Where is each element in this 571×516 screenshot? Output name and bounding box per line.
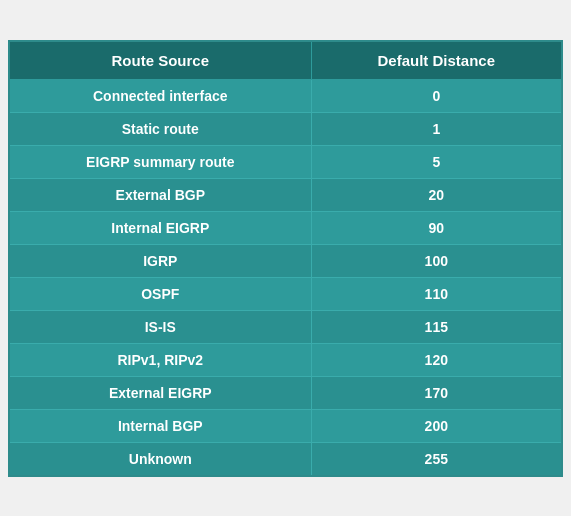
table-row: IS-IS115: [9, 310, 562, 343]
cell-route-source: Internal BGP: [9, 409, 311, 442]
cell-route-source: Static route: [9, 112, 311, 145]
table-container: Route Source Default Distance Connected …: [8, 40, 563, 477]
cell-route-source: External BGP: [9, 178, 311, 211]
cell-default-distance: 110: [311, 277, 562, 310]
table-row: Internal BGP200: [9, 409, 562, 442]
cell-route-source: External EIGRP: [9, 376, 311, 409]
col-header-default-distance: Default Distance: [311, 41, 562, 80]
col-header-route-source: Route Source: [9, 41, 311, 80]
cell-default-distance: 100: [311, 244, 562, 277]
table-row: External BGP20: [9, 178, 562, 211]
cell-default-distance: 1: [311, 112, 562, 145]
table-row: Unknown255: [9, 442, 562, 476]
routing-distance-table: Route Source Default Distance Connected …: [8, 40, 563, 477]
cell-route-source: Unknown: [9, 442, 311, 476]
cell-default-distance: 90: [311, 211, 562, 244]
table-row: Internal EIGRP90: [9, 211, 562, 244]
cell-default-distance: 200: [311, 409, 562, 442]
table-row: Connected interface0: [9, 79, 562, 112]
table-row: IGRP100: [9, 244, 562, 277]
cell-default-distance: 120: [311, 343, 562, 376]
table-row: External EIGRP170: [9, 376, 562, 409]
cell-default-distance: 115: [311, 310, 562, 343]
table-header-row: Route Source Default Distance: [9, 41, 562, 80]
cell-route-source: RIPv1, RIPv2: [9, 343, 311, 376]
table-row: OSPF110: [9, 277, 562, 310]
cell-default-distance: 0: [311, 79, 562, 112]
cell-route-source: Internal EIGRP: [9, 211, 311, 244]
cell-default-distance: 5: [311, 145, 562, 178]
table-row: EIGRP summary route5: [9, 145, 562, 178]
cell-route-source: Connected interface: [9, 79, 311, 112]
cell-route-source: IS-IS: [9, 310, 311, 343]
cell-route-source: EIGRP summary route: [9, 145, 311, 178]
cell-default-distance: 170: [311, 376, 562, 409]
table-row: Static route1: [9, 112, 562, 145]
cell-default-distance: 255: [311, 442, 562, 476]
cell-route-source: OSPF: [9, 277, 311, 310]
table-row: RIPv1, RIPv2120: [9, 343, 562, 376]
cell-route-source: IGRP: [9, 244, 311, 277]
cell-default-distance: 20: [311, 178, 562, 211]
